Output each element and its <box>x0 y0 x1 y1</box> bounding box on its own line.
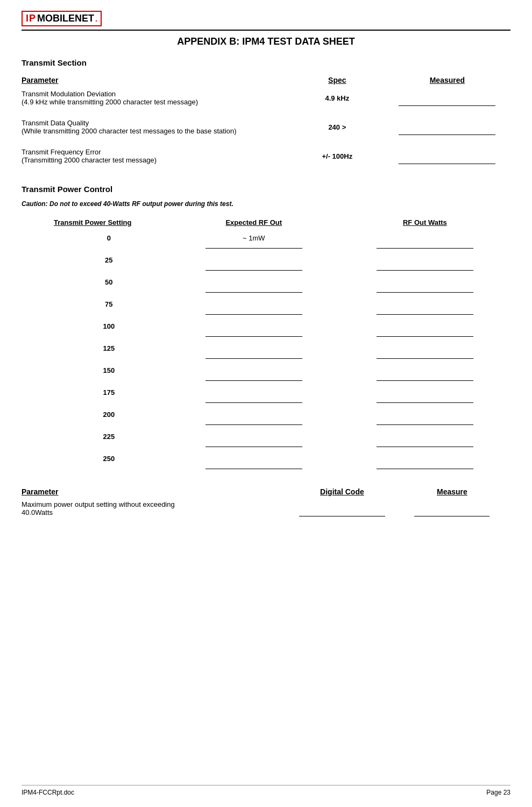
table-row <box>22 352 510 364</box>
rf-watts-200 <box>339 408 510 419</box>
digital-param-header: Parameter <box>22 485 290 498</box>
expected-150 <box>168 364 339 374</box>
table-row <box>22 397 510 408</box>
logo-area: IP MOBILENET . <box>22 11 510 31</box>
digital-code-header: Digital Code <box>290 485 398 498</box>
rf-watts-250 <box>339 452 510 463</box>
table-row: 75 <box>22 298 510 308</box>
logo-ip: IP <box>26 13 36 24</box>
expected-25 <box>168 254 339 264</box>
expected-200 <box>168 408 339 419</box>
spec-header: Spec <box>290 74 388 87</box>
measure-header: Measure <box>398 485 510 498</box>
rf-watts-25 <box>339 254 510 264</box>
logo: IP MOBILENET . <box>22 11 102 26</box>
transmit-param-table: Parameter Spec Measured Transmit Modulat… <box>22 74 510 174</box>
expected-rf-header: Expected RF Out <box>168 216 339 232</box>
spec-val-3: +/- 100Hz <box>290 145 388 174</box>
table-row <box>22 264 510 276</box>
power-setting-250: 250 <box>22 452 168 463</box>
power-setting-100: 100 <box>22 320 168 330</box>
table-row: 0 ~ 1mW <box>22 232 510 242</box>
rf-watts-175 <box>339 386 510 397</box>
table-row <box>22 330 510 342</box>
measure-val <box>398 498 510 519</box>
expected-225 <box>168 430 339 441</box>
expected-75 <box>168 298 339 308</box>
table-row <box>22 441 510 452</box>
rf-watts-header: RF Out Watts <box>339 216 510 232</box>
page-title: APPENDIX B: IPM4 TEST DATA SHEET <box>22 36 510 47</box>
power-setting-header: Transmit Power Setting <box>22 216 168 232</box>
table-row <box>22 463 510 475</box>
table-row: Transmit Frequency Error(Transmitting 20… <box>22 145 510 174</box>
rf-watts-75 <box>339 298 510 308</box>
rf-watts-150 <box>339 364 510 374</box>
spec-val-1: 4.9 kHz <box>290 87 388 116</box>
caution-text: Caution: Do not to exceed 40-Watts RF ou… <box>22 200 510 208</box>
measured-val-1 <box>388 87 510 116</box>
digital-param-text: Maximum power output setting without exc… <box>22 498 290 519</box>
table-row <box>22 308 510 320</box>
expected-125 <box>168 342 339 352</box>
table-row: 50 <box>22 276 510 286</box>
logo-mobile: MOBILENET <box>37 13 94 24</box>
table-row <box>22 242 510 254</box>
power-setting-50: 50 <box>22 276 168 286</box>
table-row <box>22 286 510 298</box>
expected-50 <box>168 276 339 286</box>
expected-0: ~ 1mW <box>168 232 339 242</box>
power-setting-125: 125 <box>22 342 168 352</box>
power-setting-0: 0 <box>22 232 168 242</box>
table-row: Maximum power output setting without exc… <box>22 498 510 519</box>
expected-100 <box>168 320 339 330</box>
rf-watts-225 <box>339 430 510 441</box>
rf-watts-50 <box>339 276 510 286</box>
table-row: 25 <box>22 254 510 264</box>
table-row: 200 <box>22 408 510 419</box>
table-row: 225 <box>22 430 510 441</box>
param-header: Parameter <box>22 74 290 87</box>
table-row: 250 <box>22 452 510 463</box>
logo-dot: . <box>95 15 97 23</box>
param-text-2: Transmit Data Quality(While transmitting… <box>22 116 290 145</box>
rf-watts-100 <box>339 320 510 330</box>
table-row: 175 <box>22 386 510 397</box>
transmit-section-title: Transmit Section <box>22 58 510 67</box>
expected-175 <box>168 386 339 397</box>
table-row: 100 <box>22 320 510 330</box>
power-setting-75: 75 <box>22 298 168 308</box>
param-text-3: Transmit Frequency Error(Transmitting 20… <box>22 145 290 174</box>
measured-val-3 <box>388 145 510 174</box>
table-row: 150 <box>22 364 510 374</box>
spec-val-2: 240 > <box>290 116 388 145</box>
param-text-1: Transmit Modulation Deviation(4.9 kHz wh… <box>22 87 290 116</box>
power-setting-150: 150 <box>22 364 168 374</box>
power-section-title: Transmit Power Control <box>22 185 510 194</box>
rf-watts-125 <box>339 342 510 352</box>
digital-code-val <box>290 498 398 519</box>
measured-header: Measured <box>388 74 510 87</box>
power-setting-200: 200 <box>22 408 168 419</box>
power-table: Transmit Power Setting Expected RF Out R… <box>22 216 510 475</box>
table-row: Transmit Data Quality(While transmitting… <box>22 116 510 145</box>
measured-val-2 <box>388 116 510 145</box>
expected-250 <box>168 452 339 463</box>
footer-left: IPM4-FCCRpt.doc <box>22 789 74 796</box>
power-setting-175: 175 <box>22 386 168 397</box>
footer: IPM4-FCCRpt.doc Page 23 <box>22 785 510 796</box>
table-row <box>22 419 510 430</box>
power-setting-25: 25 <box>22 254 168 264</box>
power-setting-225: 225 <box>22 430 168 441</box>
rf-watts-0 <box>339 232 510 242</box>
digital-param-table: Parameter Digital Code Measure Maximum p… <box>22 485 510 519</box>
table-row <box>22 374 510 386</box>
table-row: 125 <box>22 342 510 352</box>
footer-right: Page 23 <box>486 789 510 796</box>
table-row: Transmit Modulation Deviation(4.9 kHz wh… <box>22 87 510 116</box>
